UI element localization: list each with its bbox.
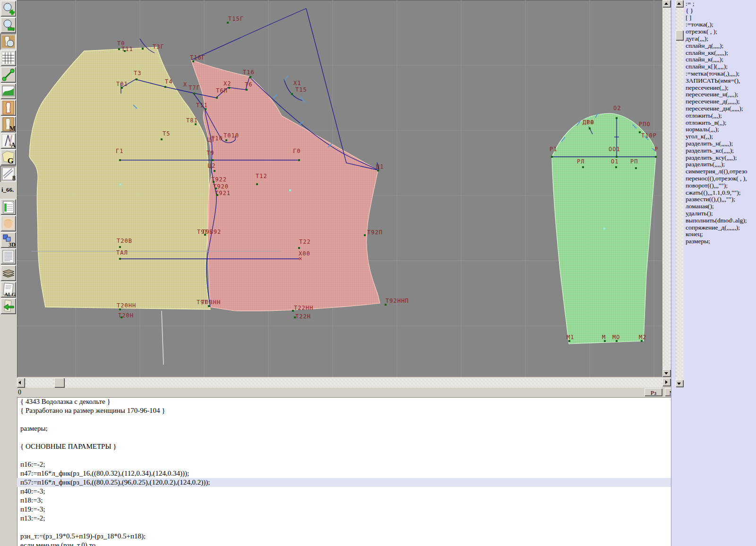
command-scroll-down-button[interactable] <box>676 380 684 387</box>
command-item[interactable]: размеры; <box>686 238 756 245</box>
code-line: рзн_т:=(рз_19*0.5+п19)-(рз_18*0.5+п18); <box>17 532 676 541</box>
command-item[interactable]: пересечение_н(,,,,); <box>686 91 756 98</box>
algorithm-code-editor[interactable]: { 4343 Водолазка с декольте }{ Разработа… <box>17 397 676 546</box>
command-item[interactable]: :=точка(,); <box>686 21 756 28</box>
view-3d-tool-icon[interactable]: 3D <box>0 232 16 248</box>
piece-preview-tool-icon[interactable] <box>0 34 16 50</box>
command-item[interactable]: конец; <box>686 231 756 238</box>
code-line: если меньше (рзн_т,0) то <box>17 541 676 546</box>
code-line: размеры; <box>17 424 676 433</box>
code-line: п13:=-2; <box>17 514 676 523</box>
command-item[interactable]: пересечение_д(,,,,,); <box>686 98 756 105</box>
drafting-a-tool-icon[interactable]: A <box>0 133 16 149</box>
code-line: { 4343 Водолазка с декольте } <box>17 397 676 406</box>
command-item[interactable]: сплайн_д(,,,,); <box>686 43 756 50</box>
code-line: п19:=-3; <box>17 505 676 514</box>
back-arrow-tool-icon[interactable] <box>0 298 16 314</box>
hscroll-thumb[interactable] <box>54 378 65 388</box>
segment-measure-tool-icon[interactable] <box>0 67 16 83</box>
back-piece[interactable] <box>29 47 210 309</box>
command-item[interactable]: отложить(,,,); <box>686 112 756 119</box>
code-line <box>17 523 676 532</box>
code-line: { Разработано на размер женщины 170-96-1… <box>17 406 676 415</box>
command-item[interactable]: угол_к(,,); <box>686 133 756 140</box>
command-item[interactable]: разделить_н(,,,,,); <box>686 140 756 147</box>
code-line: п47:=п16*л_фнк(рз_16,((80,0.32),(112,0.3… <box>17 469 676 478</box>
command-item[interactable]: дуга(,,,); <box>686 35 756 43</box>
picture-tool-icon[interactable] <box>0 83 16 99</box>
code-line: п40:=-3; <box>17 487 676 496</box>
command-item[interactable]: { } <box>686 8 756 15</box>
command-item[interactable]: выполнить(dmod\.alg); <box>686 217 756 224</box>
command-scroll-thumb[interactable] <box>676 30 684 41</box>
command-scroll-up-button[interactable] <box>676 0 684 8</box>
sleeve-piece[interactable] <box>552 113 656 344</box>
zoom-out-tool-icon[interactable] <box>0 17 16 33</box>
hscroll-right-button[interactable] <box>662 378 671 386</box>
g-document-tool-icon[interactable]: G <box>0 149 16 165</box>
code-line <box>17 433 676 442</box>
code-line <box>17 451 676 460</box>
code-line: { ОСНОВНЫЕ ПАРАМЕТРЫ } <box>17 442 676 451</box>
command-list: := ;{ }[ ]:=точка(,);отрезок( , );дуга(,… <box>686 0 756 245</box>
size-table-tool-icon[interactable] <box>0 199 16 215</box>
command-item[interactable]: сплайн_к(,,,,); <box>686 56 756 63</box>
plumb-line <box>162 311 163 365</box>
status-row: 0 Рз Мд <box>17 388 671 397</box>
command-item[interactable]: :=метка(точка(,),,,,); <box>686 70 756 77</box>
piece-m-tool-icon[interactable]: M <box>0 116 16 132</box>
command-item[interactable]: сопряжение_д(,,,,,,); <box>686 224 756 231</box>
vscroll-up-button[interactable] <box>662 0 671 8</box>
command-item[interactable]: отрезок( , ); <box>686 28 756 35</box>
left-toolbar: MAG8i_66.3DALG <box>0 0 17 546</box>
command-vscrollbar[interactable] <box>676 0 684 387</box>
command-item[interactable]: развести((),(),,,""); <box>686 196 756 203</box>
command-list-panel: := ;{ }[ ]:=точка(,);отрезок( , );дуга(,… <box>671 0 756 546</box>
command-item[interactable]: ЗАПИСАТЬ(имя=(), <box>686 77 756 85</box>
command-item[interactable]: отложить_в(,,); <box>686 119 756 127</box>
command-item[interactable]: сплайн_кк(,,,,,); <box>686 50 756 57</box>
command-item[interactable]: [ ] <box>686 15 756 22</box>
command-item[interactable]: сплайн_к[](,,,,); <box>686 63 756 70</box>
command-item[interactable]: сжать((),,,1.1,0.9,""); <box>686 189 756 196</box>
canvas-hscrollbar[interactable] <box>17 378 662 388</box>
info-label: i_66. <box>0 182 16 198</box>
sketch-8-tool-icon[interactable]: 8 <box>0 166 16 182</box>
command-item[interactable]: пересечение_дн(,,,,,); <box>686 105 756 112</box>
piece-frame-tool-icon[interactable] <box>0 100 16 116</box>
app-window: { "toolbar": { "items": [ {"name":"zoom-… <box>0 0 756 546</box>
code-line: п16:=-2; <box>17 460 676 469</box>
pattern-canvas[interactable]: Т15ГТ0Т11Т3ГТ16ГТ3Т01Т4ХТ7ГТ6ПХ2Т6Т16Х1Т… <box>17 0 662 377</box>
command-item[interactable]: разделить_кс(,,,,); <box>686 147 756 154</box>
command-item[interactable]: := ; <box>686 0 756 8</box>
text-document-tool-icon[interactable] <box>0 248 16 264</box>
rz-mode-button[interactable]: Рз <box>644 388 662 396</box>
books-tool-icon[interactable] <box>0 265 16 281</box>
command-item[interactable]: разделить(,,,,); <box>686 161 756 168</box>
command-item[interactable]: разделить_ксу(,,,,); <box>686 154 756 162</box>
command-item[interactable]: пересечение(,,); <box>686 85 756 92</box>
command-item[interactable]: симметрия_л((),отрезо <box>686 168 756 175</box>
code-line: п57:=п16*л_фнк(рз_16,((80,0.25),(96,0.25… <box>17 478 676 487</box>
grid-tool-icon[interactable] <box>0 50 16 66</box>
canvas-vscrollbar[interactable] <box>662 0 671 377</box>
command-item[interactable]: удалить(); <box>686 210 756 217</box>
command-item[interactable]: ломаная(); <box>686 203 756 210</box>
command-item[interactable]: нормаль(,,,); <box>686 126 756 133</box>
command-item[interactable]: перенос((),отрезок( , ), <box>686 175 756 182</box>
origin-coordinate: 0 <box>18 389 21 396</box>
alg-file-tool-icon[interactable]: ALG <box>0 282 16 298</box>
zoom-in-tool-icon[interactable] <box>0 0 16 17</box>
front-piece[interactable] <box>191 60 380 311</box>
hscroll-left-button[interactable] <box>17 378 25 388</box>
model-photo-tool-icon[interactable] <box>0 215 16 231</box>
code-line: п18:=3; <box>17 496 676 505</box>
command-item[interactable]: поворот((),,,""); <box>686 182 756 189</box>
pattern-drawing <box>17 0 662 377</box>
code-line <box>17 415 676 424</box>
vscroll-down-button[interactable] <box>662 369 671 377</box>
